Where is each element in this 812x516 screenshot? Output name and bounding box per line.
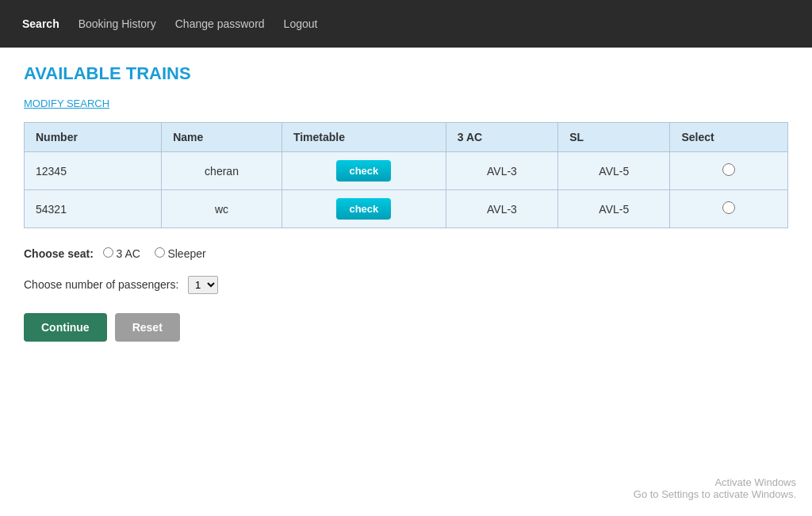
table-header-row: Number Name Timetable 3 AC SL Select (25, 123, 788, 152)
navbar: Search Booking History Change password L… (0, 0, 812, 48)
sleeper-radio[interactable] (155, 247, 165, 258)
col-timetable: Timetable (282, 123, 446, 152)
cell-timetable-0: check (282, 152, 446, 190)
cell-ac-0: AVL-3 (446, 152, 557, 190)
choose-seat-label: Choose seat: (24, 247, 94, 260)
cell-number-0: 12345 (25, 152, 162, 190)
passengers-label: Choose number of passengers: (24, 278, 178, 291)
col-number: Number (25, 123, 162, 152)
train-radio-0[interactable] (722, 163, 735, 176)
passengers-section: Choose number of passengers: 123456 (24, 276, 788, 294)
sleeper-label-text: Sleeper (167, 247, 205, 260)
cell-timetable-1: check (282, 190, 446, 228)
table-row: 54321 wc check AVL-3 AVL-5 (25, 190, 788, 228)
page-title: AVAILABLE TRAINS (24, 63, 788, 84)
passengers-select[interactable]: 123456 (188, 276, 218, 294)
cell-ac-1: AVL-3 (446, 190, 557, 228)
table-row: 12345 cheran check AVL-3 AVL-5 (25, 152, 788, 190)
3ac-radio[interactable] (103, 247, 113, 258)
nav-change-password[interactable]: Change password (166, 11, 274, 36)
sleeper-radio-label: Sleeper (155, 247, 206, 260)
cell-number-1: 54321 (25, 190, 162, 228)
modify-search-link[interactable]: MODIFY SEARCH (24, 97, 109, 109)
reset-button[interactable]: Reset (115, 313, 180, 342)
cell-sl-1: AVL-5 (558, 190, 670, 228)
cell-name-1: wc (162, 190, 282, 228)
cell-select-0 (670, 152, 788, 190)
col-3ac: 3 AC (446, 123, 557, 152)
3ac-label-text: 3 AC (116, 247, 140, 260)
cell-sl-0: AVL-5 (558, 152, 670, 190)
nav-logout[interactable]: Logout (274, 11, 327, 36)
trains-table: Number Name Timetable 3 AC SL Select 123… (24, 122, 788, 228)
action-buttons: Continue Reset (24, 313, 788, 342)
check-button-1[interactable]: check (336, 198, 391, 220)
col-name: Name (162, 123, 282, 152)
cell-select-1 (670, 190, 788, 228)
check-button-0[interactable]: check (336, 160, 391, 182)
main-content: AVAILABLE TRAINS MODIFY SEARCH Number Na… (0, 48, 812, 357)
nav-booking-history[interactable]: Booking History (69, 11, 166, 36)
choose-seat-section: Choose seat: 3 AC Sleeper (24, 247, 788, 260)
cell-name-0: cheran (162, 152, 282, 190)
col-sl: SL (558, 123, 670, 152)
train-radio-1[interactable] (722, 201, 735, 214)
nav-search[interactable]: Search (13, 11, 69, 36)
col-select: Select (670, 123, 788, 152)
3ac-radio-label: 3 AC (103, 247, 144, 260)
continue-button[interactable]: Continue (24, 313, 107, 342)
